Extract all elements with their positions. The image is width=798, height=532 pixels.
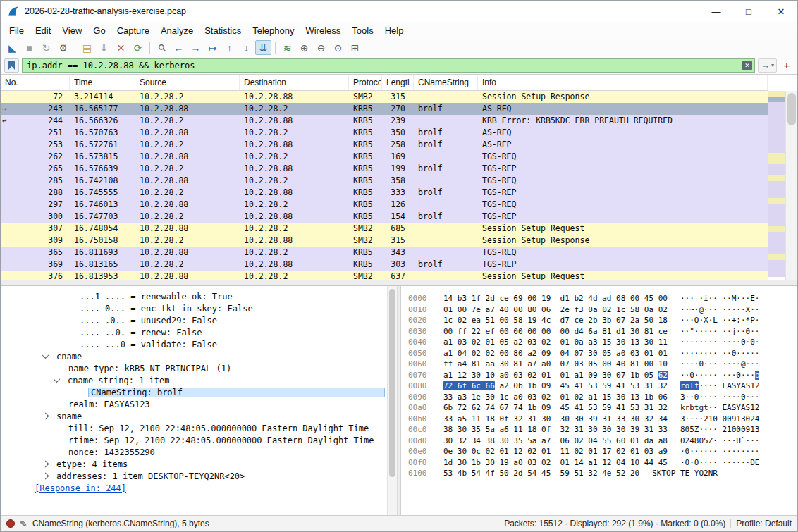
zoom-out-icon[interactable]: ⊖ xyxy=(313,40,329,55)
pane-splitter[interactable] xyxy=(1,280,797,286)
capture-stop-icon[interactable]: ■ xyxy=(21,40,37,55)
maximize-button[interactable]: □ xyxy=(732,1,765,22)
capture-options-icon[interactable]: ⚙ xyxy=(55,40,71,55)
menu-go[interactable]: Go xyxy=(87,23,111,38)
hex-row[interactable]: 008072 6f 6c 66 a2 0b 1b 09 45 41 53 59 … xyxy=(408,381,797,392)
column-header-destination[interactable]: Destination xyxy=(240,75,349,90)
capture-restart-icon[interactable]: ↻ xyxy=(38,40,54,55)
hex-row[interactable]: 00201c 02 ea 51 00 58 19 4c d7 ce 2b 3b … xyxy=(408,315,797,326)
go-to-packet-icon[interactable]: ↦ xyxy=(204,40,221,55)
detail-line[interactable]: nonce: 1432355290 xyxy=(1,446,387,458)
autoscroll-icon[interactable]: ⇊ xyxy=(255,40,271,55)
packet-row[interactable]: ⇢24316.56517710.2.28.8810.2.28.2KRB5270b… xyxy=(1,103,768,115)
menu-view[interactable]: View xyxy=(56,23,87,38)
filter-bookmark-icon[interactable] xyxy=(4,58,19,73)
details-scrollbar[interactable] xyxy=(387,286,397,515)
detail-line[interactable]: till: Sep 12, 2100 22:48:05.000000000 Ea… xyxy=(1,422,387,434)
detail-line[interactable]: .... ..0. = renew: False xyxy=(1,326,387,338)
hex-row[interactable]: 00f01d 30 1b 30 19 a0 03 02 01 14 a1 12 … xyxy=(408,457,797,469)
hex-row[interactable]: 00a06b 72 62 74 67 74 1b 09 45 41 53 59 … xyxy=(408,402,797,414)
hex-row[interactable]: 010053 4b 54 4f 50 2d 54 45 59 51 32 4e … xyxy=(408,468,797,479)
filter-dropdown-icon[interactable]: ▾ xyxy=(771,62,774,68)
resize-columns-icon[interactable]: ⊞ xyxy=(347,40,363,55)
chevron-right-icon[interactable] xyxy=(42,473,49,480)
column-header-cnamestring[interactable]: CNameString xyxy=(414,75,478,90)
detail-line[interactable]: etype: 4 items xyxy=(1,458,387,470)
packet-row[interactable]: 26216.57381510.2.28.8810.2.28.2KRB5169TG… xyxy=(1,151,768,163)
find-packet-icon[interactable]: ⚲ xyxy=(151,37,173,58)
packet-row[interactable]: 25116.57076310.2.28.8810.2.28.2KRB5350br… xyxy=(1,127,768,139)
packet-row[interactable]: ↩24416.56632610.2.28.210.2.28.88KRB5239K… xyxy=(1,115,768,127)
menu-tools[interactable]: Tools xyxy=(346,23,379,38)
capture-start-icon[interactable]: ◣ xyxy=(4,40,20,55)
detail-line[interactable]: cname-string: 1 item xyxy=(1,374,387,386)
menu-edit[interactable]: Edit xyxy=(30,23,56,38)
reload-file-icon[interactable]: ⟳ xyxy=(130,40,146,55)
chevron-down-icon[interactable] xyxy=(54,376,61,383)
details-scrollbar-thumb[interactable] xyxy=(389,289,395,477)
packet-row[interactable]: 30716.74805410.2.28.8810.2.28.2SMB2685Se… xyxy=(1,223,768,235)
scrollbar-thumb[interactable] xyxy=(787,93,796,125)
packet-row[interactable]: 29716.74601310.2.28.8810.2.28.2KRB5126TG… xyxy=(1,199,768,211)
column-header-info[interactable]: Info xyxy=(478,75,768,90)
minimize-button[interactable]: — xyxy=(700,1,732,22)
menu-wireless[interactable]: Wireless xyxy=(300,23,346,38)
packet-row[interactable]: 36516.81169310.2.28.8810.2.28.2KRB5343TG… xyxy=(1,247,768,259)
filter-apply-button[interactable]: → ▾ xyxy=(758,58,777,73)
packet-list-minimap[interactable] xyxy=(768,91,785,280)
menu-capture[interactable]: Capture xyxy=(111,23,155,38)
packet-row[interactable]: 28816.74555510.2.28.210.2.28.88KRB5333br… xyxy=(1,187,768,199)
close-file-icon[interactable]: ✕ xyxy=(113,40,129,55)
chevron-right-icon[interactable] xyxy=(42,461,49,468)
detail-line[interactable]: name-type: kRB5-NT-PRINCIPAL (1) xyxy=(1,362,387,374)
detail-line[interactable]: rtime: Sep 12, 2100 22:48:05.000000000 E… xyxy=(1,434,387,446)
column-header-lengtl[interactable]: Lengtl xyxy=(382,75,414,90)
detail-line[interactable]: CNameString: brolf xyxy=(1,386,387,398)
chevron-down-icon[interactable] xyxy=(42,352,49,359)
packet-list-scrollbar[interactable] xyxy=(785,91,797,280)
detail-line[interactable]: .... ...0 = validate: False xyxy=(1,338,387,350)
go-forward-icon[interactable]: → xyxy=(188,40,204,55)
packet-row[interactable]: 28516.74210810.2.28.8810.2.28.2KRB5358TG… xyxy=(1,175,768,187)
chevron-right-icon[interactable] xyxy=(42,413,49,420)
expert-info-icon[interactable] xyxy=(6,519,15,528)
menu-analyze[interactable]: Analyze xyxy=(155,23,199,38)
hex-row[interactable]: 00c038 30 35 5a a6 11 18 0f 32 31 30 30 … xyxy=(408,424,797,435)
column-header-no[interactable]: No. xyxy=(1,75,70,90)
display-filter-input[interactable] xyxy=(22,58,755,73)
detail-line[interactable]: addresses: 1 item DESKTOP-TEYQ2NR<20> xyxy=(1,470,387,482)
response-in-link[interactable]: [Response in: 244] xyxy=(1,482,387,494)
packet-row[interactable]: 30916.75015810.2.28.210.2.28.88SMB2315Se… xyxy=(1,235,768,247)
zoom-100-icon[interactable]: ⊙ xyxy=(330,40,346,55)
column-header-source[interactable]: Source xyxy=(135,75,240,90)
hex-row[interactable]: 001001 00 7e a7 40 00 80 06 2e f3 0a 02 … xyxy=(408,304,797,316)
detail-line[interactable]: .... .0.. = unused29: False xyxy=(1,314,387,326)
filter-clear-icon[interactable]: ✕ xyxy=(742,61,752,70)
hex-row[interactable]: 00b033 a5 11 18 0f 32 31 30 30 30 39 31 … xyxy=(408,414,797,425)
detail-line[interactable]: cname xyxy=(1,350,387,362)
detail-line[interactable]: .... 0... = enc-tkt-in-skey: False xyxy=(1,302,387,314)
detail-line[interactable]: realm: EASYAS123 xyxy=(1,398,387,410)
packet-row[interactable]: 26516.57663910.2.28.210.2.28.88KRB5199br… xyxy=(1,163,768,175)
menu-telephony[interactable]: Telephony xyxy=(247,23,300,38)
column-header-time[interactable]: Time xyxy=(70,75,135,90)
packet-row[interactable]: 37616.81395310.2.28.8810.2.28.2SMB2637Se… xyxy=(1,271,768,280)
save-file-icon[interactable]: ⇓ xyxy=(96,40,112,55)
menu-statistics[interactable]: Statistics xyxy=(199,23,247,38)
detail-line[interactable]: ...1 .... = renewable-ok: True xyxy=(1,290,387,302)
packet-row[interactable]: 25316.57276110.2.28.210.2.28.88KRB5258br… xyxy=(1,139,768,151)
hex-row[interactable]: 0050a1 04 02 02 00 80 a2 09 04 07 30 05 … xyxy=(408,348,797,359)
zoom-in-icon[interactable]: ⊕ xyxy=(296,40,312,55)
menu-help[interactable]: Help xyxy=(379,23,410,38)
packet-row[interactable]: 723.21411410.2.28.210.2.28.88SMB2315Sess… xyxy=(1,91,768,103)
hex-row[interactable]: 0040a1 03 02 01 05 a2 03 02 01 0a a3 15 … xyxy=(408,337,797,348)
detail-line[interactable]: sname xyxy=(1,410,387,422)
hex-row[interactable]: 0070a1 12 30 10 a0 03 02 01 01 a1 09 30 … xyxy=(408,370,797,381)
hex-row[interactable]: 00d030 32 34 38 30 35 5a a7 06 02 04 55 … xyxy=(408,435,797,447)
open-file-icon[interactable]: ▤ xyxy=(79,40,95,55)
colorize-icon[interactable]: ≋ xyxy=(279,40,295,55)
column-header-protocol[interactable]: Protocol xyxy=(349,75,382,90)
close-button[interactable]: ✕ xyxy=(765,1,797,22)
capture-comment-icon[interactable]: ✎ xyxy=(20,519,27,529)
hex-row[interactable]: 003000 ff 22 ef 00 00 00 00 00 d4 6a 81 … xyxy=(408,326,797,338)
